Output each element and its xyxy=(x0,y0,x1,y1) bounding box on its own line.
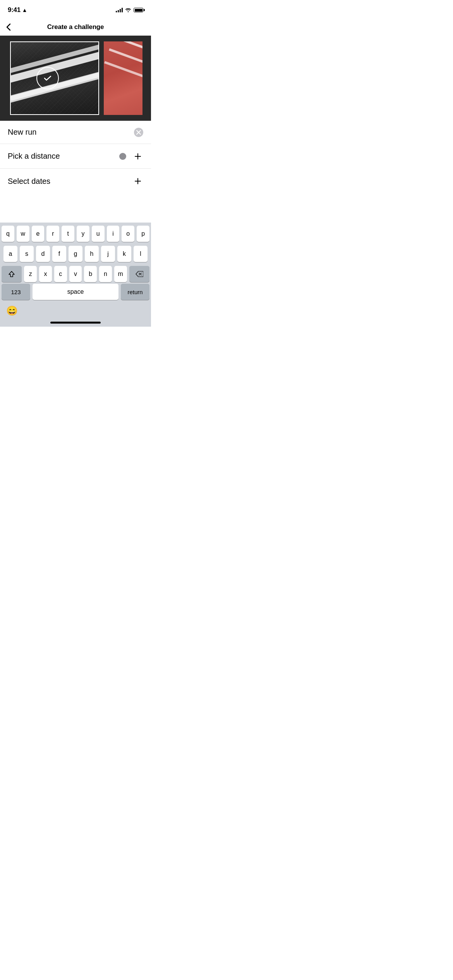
selected-checkmark xyxy=(36,67,59,89)
key-u[interactable]: u xyxy=(92,226,105,242)
key-x[interactable]: x xyxy=(39,266,52,282)
keyboard-row-1: q w e r t y u i o p xyxy=(2,226,149,242)
next-image[interactable] xyxy=(104,41,142,115)
return-key[interactable]: return xyxy=(121,284,149,300)
key-h[interactable]: h xyxy=(85,246,99,262)
key-z[interactable]: z xyxy=(24,266,37,282)
home-indicator xyxy=(0,319,151,327)
numbers-key[interactable]: 123 xyxy=(2,284,30,300)
add-distance-button[interactable] xyxy=(132,151,143,162)
form-section: Pick a distance Select dates xyxy=(0,121,151,194)
status-time: 9:41 ▲ xyxy=(8,6,27,14)
keyboard-rows: q w e r t y u i o p a s d f g h j k l xyxy=(0,223,151,284)
image-picker[interactable] xyxy=(0,36,151,121)
key-p[interactable]: p xyxy=(137,226,149,242)
distance-label: Pick a distance xyxy=(8,152,119,161)
back-button[interactable] xyxy=(6,23,11,31)
key-j[interactable]: j xyxy=(101,246,115,262)
distance-dot xyxy=(119,153,126,160)
key-t[interactable]: t xyxy=(62,226,74,242)
key-d[interactable]: d xyxy=(36,246,50,262)
clear-button[interactable] xyxy=(134,128,143,137)
selected-image[interactable] xyxy=(10,41,99,115)
keyboard-row-2: a s d f g h j k l xyxy=(2,246,149,262)
status-bar: 9:41 ▲ xyxy=(0,0,151,19)
dates-label: Select dates xyxy=(8,177,132,186)
key-r[interactable]: r xyxy=(46,226,59,242)
keyboard-row-3: z x c v b n m xyxy=(2,266,149,282)
key-a[interactable]: a xyxy=(3,246,17,262)
key-f[interactable]: f xyxy=(52,246,66,262)
signal-icon xyxy=(116,8,123,12)
key-l[interactable]: l xyxy=(134,246,148,262)
key-q[interactable]: q xyxy=(2,226,14,242)
keyboard-bottom-row: 123 space return xyxy=(0,284,151,302)
key-s[interactable]: s xyxy=(20,246,34,262)
location-icon: ▲ xyxy=(22,7,27,13)
page-title: Create a challenge xyxy=(47,23,104,31)
home-indicator-bar xyxy=(50,322,101,324)
dates-row[interactable]: Select dates xyxy=(0,169,151,194)
key-e[interactable]: e xyxy=(32,226,45,242)
key-y[interactable]: y xyxy=(77,226,89,242)
track-image xyxy=(104,41,142,115)
key-w[interactable]: w xyxy=(17,226,29,242)
distance-row[interactable]: Pick a distance xyxy=(0,144,151,169)
status-icons xyxy=(116,8,143,12)
key-i[interactable]: i xyxy=(107,226,120,242)
space-key[interactable]: space xyxy=(33,284,118,300)
shift-key[interactable] xyxy=(2,266,22,282)
key-g[interactable]: g xyxy=(69,246,82,262)
keyboard: q w e r t y u i o p a s d f g h j k l xyxy=(0,223,151,327)
key-m[interactable]: m xyxy=(114,266,127,282)
emoji-bar: 😄 xyxy=(0,302,151,319)
nav-header: Create a challenge xyxy=(0,19,151,36)
key-v[interactable]: v xyxy=(69,266,82,282)
key-o[interactable]: o xyxy=(122,226,134,242)
backspace-key[interactable] xyxy=(129,266,149,282)
wifi-icon xyxy=(125,8,131,12)
battery-icon xyxy=(134,8,143,12)
name-input-row[interactable] xyxy=(0,121,151,144)
key-c[interactable]: c xyxy=(54,266,67,282)
key-b[interactable]: b xyxy=(84,266,97,282)
add-dates-button[interactable] xyxy=(132,176,143,187)
challenge-name-input[interactable] xyxy=(8,128,134,137)
key-k[interactable]: k xyxy=(117,246,131,262)
key-n[interactable]: n xyxy=(99,266,112,282)
emoji-icon[interactable]: 😄 xyxy=(6,305,18,316)
